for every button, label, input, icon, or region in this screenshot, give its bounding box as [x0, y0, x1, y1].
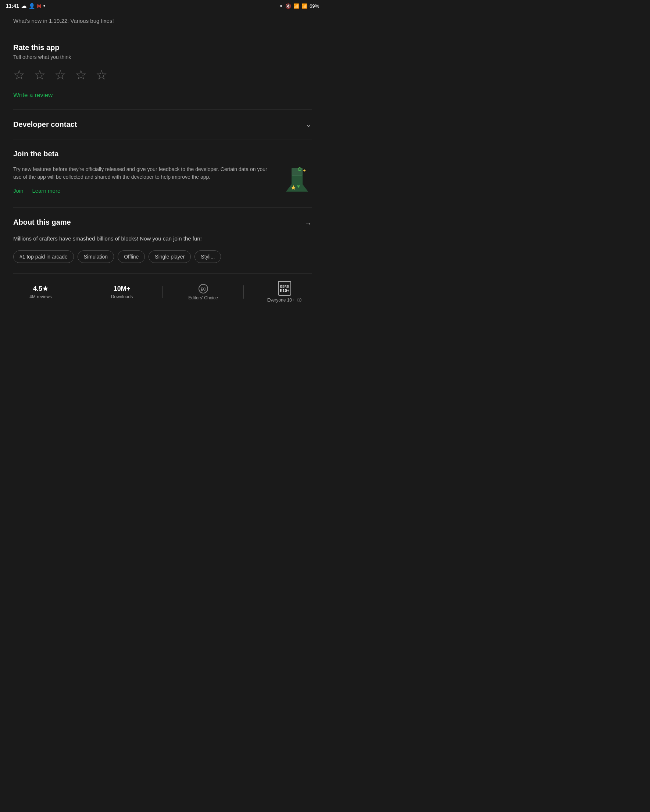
- editors-choice-badge-icon: EC: [198, 284, 209, 294]
- beta-inner: Try new features before they're official…: [13, 160, 312, 197]
- developer-contact-section[interactable]: Developer contact ⌄: [13, 110, 312, 139]
- cloud-icon: ☁: [21, 3, 26, 9]
- whats-new-section: What's new in 1.19.22: Various bug fixes…: [13, 12, 312, 33]
- dot-icon: •: [43, 3, 45, 9]
- learn-more-link[interactable]: Learn more: [32, 188, 61, 194]
- chevron-down-icon: ⌄: [305, 120, 312, 129]
- info-icon[interactable]: ⓘ: [297, 298, 302, 303]
- beta-description: Try new features before they're official…: [13, 165, 275, 181]
- star-3[interactable]: ☆: [54, 67, 66, 83]
- tags-row: #1 top paid in arcade Simulation Offline…: [13, 250, 312, 263]
- star-5[interactable]: ☆: [96, 67, 107, 83]
- write-review-link[interactable]: Write a review: [13, 92, 53, 99]
- join-link[interactable]: Join: [13, 188, 23, 194]
- downloads-stat: 10M+ Downloads: [81, 285, 163, 299]
- mute-icon: 🔇: [285, 3, 291, 9]
- whats-new-text: What's new in 1.19.22: Various bug fixes…: [13, 18, 114, 24]
- tag-top-paid[interactable]: #1 top paid in arcade: [13, 250, 74, 263]
- svg-text:✦: ✦: [302, 168, 306, 173]
- about-game-section: About this game → Millions of crafters h…: [13, 208, 312, 273]
- rate-app-title: Rate this app: [13, 43, 312, 52]
- developer-contact-title: Developer contact: [13, 120, 77, 129]
- footer-stats: 4.5★ 4M reviews 10M+ Downloads EC Editor…: [0, 273, 325, 307]
- signal-icon: 📶: [302, 3, 307, 9]
- about-game-description: Millions of crafters have smashed billio…: [13, 235, 312, 243]
- main-content: What's new in 1.19.22: Various bug fixes…: [0, 12, 325, 273]
- svg-text:ESRB: ESRB: [280, 285, 289, 288]
- editors-choice-stat: EC Editors' Choice: [163, 284, 244, 301]
- age-rating-stat: ESRB E10+ Everyone 10+ ⓘ: [244, 281, 325, 304]
- join-beta-section: Join the beta Try new features before th…: [13, 139, 312, 208]
- tag-stylized[interactable]: Styli...: [194, 250, 221, 263]
- bluetooth-icon: ✦: [279, 3, 283, 9]
- editors-choice-icon-wrapper: EC: [198, 284, 209, 294]
- beta-flask-icon: ★ ♥ ✦: [282, 164, 312, 197]
- status-left: 11:41 ☁ 👤 M •: [6, 3, 45, 9]
- star-1[interactable]: ☆: [13, 67, 25, 83]
- rating-label: 4M reviews: [29, 294, 52, 299]
- battery-text: 69%: [310, 3, 319, 9]
- about-header: About this game →: [13, 218, 312, 229]
- svg-text:E10+: E10+: [280, 288, 289, 293]
- stars-row: ☆ ☆ ☆ ☆ ☆: [13, 67, 312, 83]
- editors-choice-label: Editors' Choice: [188, 295, 218, 301]
- downloads-value: 10M+: [114, 285, 131, 293]
- rate-app-section: Rate this app Tell others what you think…: [13, 33, 312, 110]
- downloads-label: Downloads: [111, 294, 133, 299]
- person-icon: 👤: [29, 3, 35, 9]
- tag-single-player[interactable]: Single player: [148, 250, 191, 263]
- status-right: ✦ 🔇 📶 📶 69%: [279, 3, 319, 9]
- star-4[interactable]: ☆: [75, 67, 87, 83]
- star-2[interactable]: ☆: [34, 67, 46, 83]
- svg-text:EC: EC: [201, 287, 206, 291]
- tag-simulation[interactable]: Simulation: [78, 250, 114, 263]
- esrb-badge-icon: ESRB E10+: [278, 281, 291, 296]
- age-rating-badge: ESRB E10+: [278, 281, 291, 296]
- rating-stat: 4.5★ 4M reviews: [0, 285, 81, 299]
- svg-text:★: ★: [290, 184, 296, 191]
- about-game-title: About this game: [13, 218, 71, 226]
- time: 11:41: [6, 3, 19, 9]
- gmail-icon: M: [37, 3, 41, 9]
- beta-text-block: Try new features before they're official…: [13, 160, 282, 194]
- status-bar: 11:41 ☁ 👤 M • ✦ 🔇 📶 📶 69%: [0, 0, 325, 12]
- age-rating-label: Everyone 10+ ⓘ: [267, 297, 302, 304]
- beta-links: Join Learn more: [13, 188, 275, 194]
- wifi-icon: 📶: [293, 3, 299, 9]
- rating-value: 4.5★: [33, 285, 48, 293]
- arrow-right-icon[interactable]: →: [304, 219, 312, 227]
- rate-app-subtitle: Tell others what you think: [13, 54, 312, 60]
- svg-text:♥: ♥: [297, 183, 300, 189]
- beta-title: Join the beta: [13, 150, 312, 158]
- tag-offline[interactable]: Offline: [117, 250, 145, 263]
